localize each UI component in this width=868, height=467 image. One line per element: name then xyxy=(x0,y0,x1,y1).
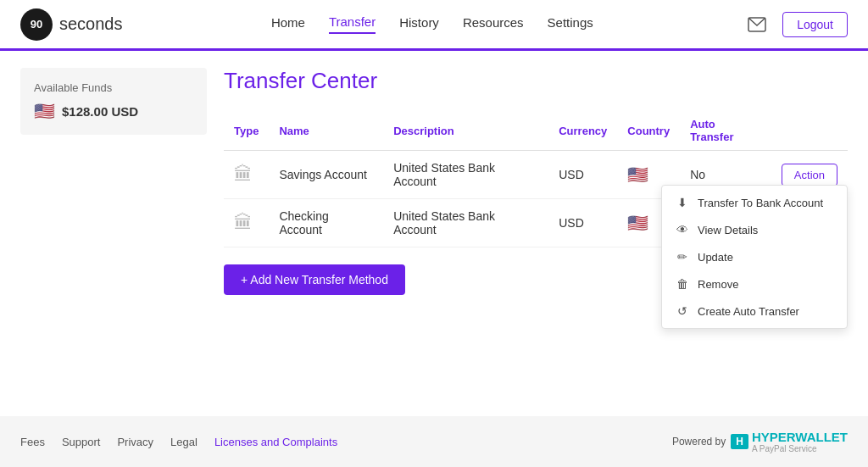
action-button[interactable]: Action xyxy=(782,164,837,186)
header: 90 seconds Home Transfer History Resourc… xyxy=(0,0,868,51)
row1-name: Savings Account xyxy=(269,151,383,199)
row1-flag-icon: 🇺🇸 xyxy=(627,165,648,184)
footer-fees[interactable]: Fees xyxy=(20,436,45,448)
bank-icon: 🏛 xyxy=(234,212,253,233)
sidebar: Available Funds 🇺🇸 $128.00 USD xyxy=(20,68,207,399)
row1-currency: USD xyxy=(548,151,617,199)
row2-type: 🏛 xyxy=(224,199,269,247)
eye-icon: 👁 xyxy=(676,223,689,236)
col-name: Name xyxy=(269,111,383,151)
hyperwallet-name: HYPERWALLET A PayPal Service xyxy=(752,430,848,453)
col-country: Country xyxy=(617,111,680,151)
trash-icon: 🗑 xyxy=(676,277,689,291)
nav-resources[interactable]: Resources xyxy=(463,15,524,33)
row2-currency: USD xyxy=(548,199,617,247)
nav-settings[interactable]: Settings xyxy=(548,15,593,33)
available-funds-label: Available Funds xyxy=(34,81,193,94)
logo-area: 90 seconds xyxy=(20,8,123,41)
dropdown-remove-label: Remove xyxy=(698,278,738,291)
header-right: Logout xyxy=(742,9,848,40)
transfer-bank-icon: ⬇ xyxy=(676,196,689,209)
col-action xyxy=(771,111,848,151)
main-content: Available Funds 🇺🇸 $128.00 USD Transfer … xyxy=(0,51,868,416)
edit-icon: ✏ xyxy=(676,250,689,264)
nav-home[interactable]: Home xyxy=(271,15,305,33)
available-funds-box: Available Funds 🇺🇸 $128.00 USD xyxy=(20,68,207,135)
row1-description: United States Bank Account xyxy=(383,151,548,199)
nav-transfer[interactable]: Transfer xyxy=(329,14,376,34)
main-nav: Home Transfer History Resources Settings xyxy=(271,14,593,34)
dropdown-remove[interactable]: 🗑 Remove xyxy=(662,270,847,297)
powered-by-text: Powered by xyxy=(672,436,726,448)
col-type: Type xyxy=(224,111,269,151)
col-currency: Currency xyxy=(548,111,617,151)
col-auto-transfer: Auto Transfer xyxy=(680,111,771,151)
table-container: Type Name Description Currency Country A… xyxy=(224,111,848,247)
dropdown-view-details[interactable]: 👁 View Details xyxy=(662,216,847,243)
table-header-row: Type Name Description Currency Country A… xyxy=(224,111,848,151)
footer-privacy[interactable]: Privacy xyxy=(117,436,153,448)
dropdown-view-label: View Details xyxy=(698,224,758,236)
bank-icon: 🏛 xyxy=(234,164,253,185)
table-row: 🏛 Savings Account United States Bank Acc… xyxy=(224,151,848,199)
logo-text: seconds xyxy=(59,14,123,34)
transfer-center: Transfer Center Type Name Description Cu… xyxy=(224,68,848,399)
refresh-icon: ↺ xyxy=(676,304,689,318)
dropdown-create-auto-transfer[interactable]: ↺ Create Auto Transfer xyxy=(662,297,847,325)
footer-support[interactable]: Support xyxy=(62,436,101,448)
funds-value: $128.00 USD xyxy=(62,104,138,119)
transfer-table: Type Name Description Currency Country A… xyxy=(224,111,848,247)
dropdown-auto-label: Create Auto Transfer xyxy=(698,305,799,318)
footer: Fees Support Privacy Legal Licenses and … xyxy=(0,416,868,467)
row1-type: 🏛 xyxy=(224,151,269,199)
logo-icon: 90 xyxy=(20,8,53,41)
row2-flag-icon: 🇺🇸 xyxy=(627,214,648,232)
row1-action-cell: Action ⬇ Transfer To Bank Account 👁 View… xyxy=(771,151,848,199)
row2-name: Checking Account xyxy=(269,199,383,247)
funds-amount: 🇺🇸 $128.00 USD xyxy=(34,101,193,121)
action-dropdown: ⬇ Transfer To Bank Account 👁 View Detail… xyxy=(661,185,848,329)
dropdown-update-label: Update xyxy=(698,251,733,264)
footer-legal[interactable]: Legal xyxy=(170,436,198,448)
mail-icon[interactable] xyxy=(742,9,772,40)
dropdown-update[interactable]: ✏ Update xyxy=(662,243,847,270)
logout-button[interactable]: Logout xyxy=(782,12,848,37)
footer-powered-by: Powered by H HYPERWALLET A PayPal Servic… xyxy=(672,430,848,453)
page-title: Transfer Center xyxy=(224,68,848,94)
nav-history[interactable]: History xyxy=(399,15,439,33)
dropdown-transfer-to-bank[interactable]: ⬇ Transfer To Bank Account xyxy=(662,189,847,216)
hyperwallet-logo: H HYPERWALLET A PayPal Service xyxy=(731,430,848,453)
footer-links: Fees Support Privacy Legal Licenses and … xyxy=(20,436,337,448)
col-description: Description xyxy=(383,111,548,151)
us-flag-icon: 🇺🇸 xyxy=(34,101,55,121)
dropdown-transfer-label: Transfer To Bank Account xyxy=(698,197,823,209)
row2-description: United States Bank Account xyxy=(383,199,548,247)
hw-h-icon: H xyxy=(731,434,748,449)
add-transfer-method-button[interactable]: + Add New Transfer Method xyxy=(224,264,405,295)
footer-licenses[interactable]: Licenses and Complaints xyxy=(214,436,337,448)
